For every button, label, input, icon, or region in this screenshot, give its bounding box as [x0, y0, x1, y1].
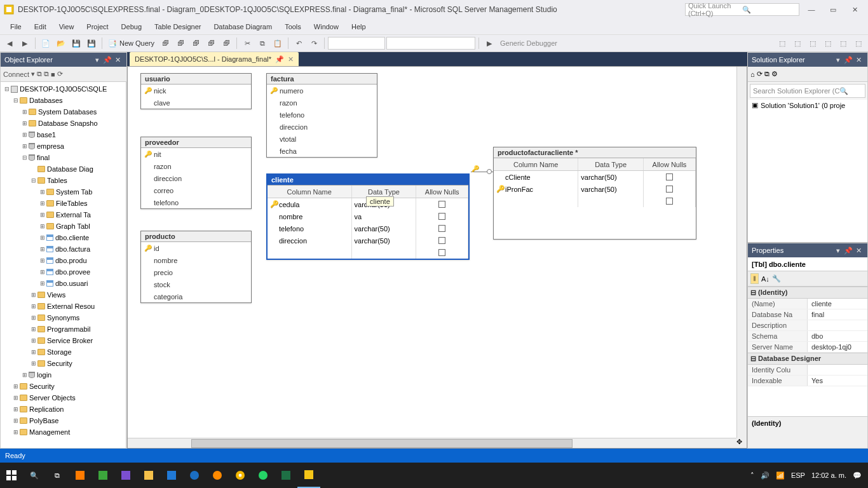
menu-tools[interactable]: Tools	[278, 21, 308, 32]
copy-button[interactable]: ⧉	[255, 36, 269, 50]
table-column-row[interactable]: direccion	[267, 121, 377, 133]
undo-button[interactable]: ↶	[292, 36, 306, 50]
tool-icon[interactable]: ⬚	[821, 36, 835, 50]
tree-item[interactable]: ⊞External Resou	[1, 301, 126, 312]
tree-twisty-icon[interactable]: ⊞	[21, 120, 29, 126]
tree-twisty-icon[interactable]: ⊞	[39, 234, 46, 241]
nav-back-button[interactable]: ◀	[3, 36, 17, 50]
table-producto[interactable]: producto 🔑idnombrepreciostockcategoria	[140, 231, 252, 303]
tool-icon[interactable]: ⬚	[775, 36, 789, 50]
table-column-row[interactable]: telefonovarchar(50)	[268, 222, 468, 234]
tray-chevron-icon[interactable]: ˄	[750, 471, 754, 480]
tree-item[interactable]: ⊞System Databases	[1, 106, 126, 118]
tool-icon[interactable]: ⬚	[790, 36, 804, 50]
properties-target[interactable]: [Tbl] dbo.cliente	[748, 257, 867, 271]
tree-twisty-icon[interactable]: ⊞	[12, 417, 20, 424]
tree-twisty-icon[interactable]: ⊞	[39, 189, 46, 195]
property-value[interactable]: desktop-1qj0	[808, 342, 867, 352]
table-column-row[interactable]: 🔑nit	[141, 148, 251, 160]
tree-item[interactable]: ⊟Databases	[1, 95, 126, 106]
horizontal-scrollbar[interactable]	[128, 438, 736, 448]
table-column-row[interactable]: precio	[141, 266, 251, 278]
new-project-button[interactable]: 📄	[39, 36, 53, 50]
menu-edit[interactable]: Edit	[28, 21, 53, 32]
tree-twisty-icon[interactable]: ⊞	[30, 349, 37, 355]
menu-window[interactable]: Window	[308, 21, 345, 32]
table-column-row[interactable]: nombre	[141, 254, 251, 266]
table-column-row[interactable]: 🔑iPronFacvarchar(50)	[494, 183, 696, 195]
solution-item[interactable]: ▣ Solution 'Solution1' (0 proje	[748, 100, 867, 111]
pin-icon[interactable]: 📌	[843, 56, 853, 64]
filter2-icon[interactable]: ⧉	[44, 70, 49, 78]
paste-button[interactable]: 📋	[271, 36, 285, 50]
debug-button[interactable]: ▶	[482, 36, 496, 50]
tool-icon[interactable]: ⬚	[806, 36, 820, 50]
property-category[interactable]: ⊟ (Identity)	[748, 287, 867, 299]
allow-nulls-checkbox[interactable]	[438, 213, 445, 220]
app-explorer-icon[interactable]	[137, 463, 160, 488]
table-column-row[interactable]: direccion	[141, 172, 251, 184]
table-column-row[interactable]: cClientevarchar(50)	[494, 171, 696, 183]
task-view-icon[interactable]: ⧉	[46, 463, 69, 488]
tree-twisty-icon[interactable]: ⊞	[21, 109, 29, 115]
properties-icon[interactable]: ⚙	[771, 70, 778, 78]
filter-icon[interactable]: ⧉	[37, 70, 42, 78]
app-whatsapp-icon[interactable]	[252, 463, 275, 488]
resize-grip-icon[interactable]: ✥	[736, 438, 747, 448]
tree-item[interactable]: ⊞dbo.provee	[1, 266, 126, 278]
close-button[interactable]: ✕	[845, 2, 864, 17]
properties-grid[interactable]: ⊟ (Identity)(Name)clienteDatabase Nafina…	[748, 287, 867, 416]
menu-debug[interactable]: Debug	[115, 21, 148, 32]
wifi-icon[interactable]: 📶	[776, 471, 785, 480]
tree-twisty-icon[interactable]: ⊞	[12, 429, 20, 435]
stop-icon[interactable]: ■	[51, 71, 55, 78]
allow-nulls-checkbox[interactable]	[666, 186, 673, 193]
table-column-row[interactable]: direccionvarchar(50)	[268, 234, 468, 247]
new-query-button[interactable]: 📑 New Query	[105, 36, 157, 50]
close-icon[interactable]: ✕	[288, 55, 294, 64]
tree-twisty-icon[interactable]: ⊞	[12, 395, 20, 401]
nav-fwd-button[interactable]: ▶	[18, 36, 32, 50]
tree-item[interactable]: ⊞base1	[1, 129, 126, 140]
app-vs-icon[interactable]	[114, 463, 137, 488]
tree-item[interactable]: ⊞PolyBase	[1, 415, 126, 426]
tree-item[interactable]: ⊞dbo.factura	[1, 243, 126, 255]
close-icon[interactable]: ✕	[853, 247, 864, 255]
solution-explorer-header[interactable]: Solution Explorer ▾ 📌 ✕	[748, 53, 867, 67]
tree-twisty-icon[interactable]: ⊟	[30, 177, 37, 184]
vertical-scrollbar[interactable]	[736, 67, 747, 438]
table-column-row[interactable]: correo	[141, 184, 251, 196]
notifications-icon[interactable]: 💬	[853, 471, 862, 480]
tree-item[interactable]: ⊞Storage	[1, 346, 126, 358]
tree-item[interactable]: ⊞empresa	[1, 140, 126, 152]
save-button[interactable]: 💾	[69, 36, 83, 50]
solution-search-input[interactable]: Search Solution Explorer (C 🔍	[750, 84, 865, 98]
tree-item[interactable]: ⊞dbo.cliente	[1, 232, 126, 243]
search-icon[interactable]: 🔍	[23, 463, 46, 488]
mdx-icon[interactable]: 🗊	[173, 36, 187, 50]
tree-twisty-icon[interactable]: ⊞	[30, 337, 37, 344]
table-column-row[interactable]: vtotal	[267, 133, 377, 145]
tool-icon[interactable]: ⬚	[836, 36, 850, 50]
pin-icon[interactable]: 📌	[843, 247, 853, 255]
app-chrome-icon[interactable]	[229, 463, 252, 488]
xmla-icon[interactable]: 🗊	[204, 36, 218, 50]
table-column-row[interactable]: nombreva	[268, 210, 468, 222]
app-firefox-icon[interactable]	[206, 463, 229, 488]
database-combo[interactable]	[328, 37, 385, 50]
home-icon[interactable]: ⌂	[750, 71, 755, 78]
tree-item[interactable]: Database Diag	[1, 163, 126, 175]
property-row[interactable]: Schemadbo	[748, 331, 867, 342]
tool-icon[interactable]: ⬚	[851, 36, 865, 50]
table-cliente[interactable]: cliente Column Name Data Type Allow Null…	[266, 173, 470, 260]
menu-view[interactable]: View	[53, 21, 81, 32]
tree-twisty-icon[interactable]: ⊞	[30, 360, 37, 367]
tree-item[interactable]: ⊞Synonyms	[1, 312, 126, 323]
tree-item[interactable]: ⊞Graph Tabl	[1, 220, 126, 232]
tree-twisty-icon[interactable]: ⊞	[21, 143, 29, 149]
tree-twisty-icon[interactable]: ⊞	[30, 292, 37, 298]
property-value[interactable]: Yes	[808, 376, 867, 386]
table-column-row[interactable]: 🔑nick	[141, 85, 251, 97]
language-indicator[interactable]: ESP	[791, 471, 805, 479]
tree-twisty-icon[interactable]: ⊞	[39, 200, 46, 207]
